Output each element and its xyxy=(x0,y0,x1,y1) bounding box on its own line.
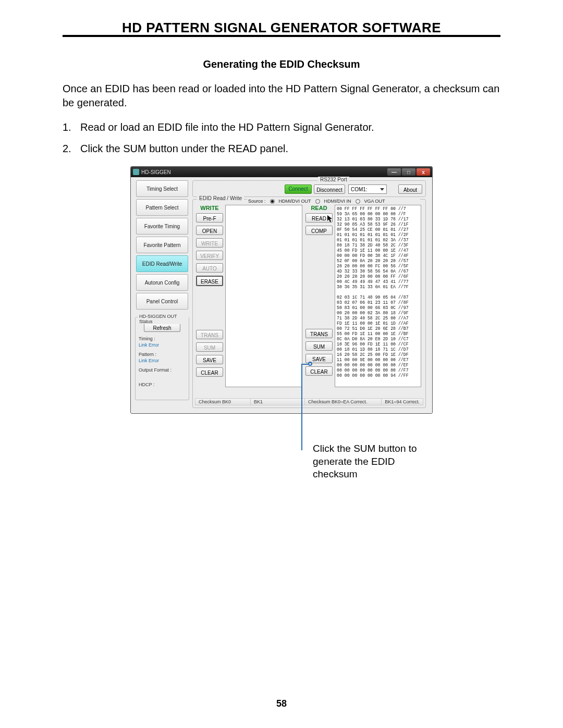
comp-button[interactable]: COMP xyxy=(305,226,333,235)
close-button[interactable]: x xyxy=(417,168,430,176)
status-timing-label: Timing : xyxy=(139,336,189,341)
callout-connector xyxy=(301,364,302,450)
auto-button[interactable]: AUTO xyxy=(196,263,223,273)
open-button[interactable]: OPEN xyxy=(196,226,223,235)
section-title: Generating the EDID Checksum xyxy=(63,58,500,70)
edid-groupbox: EDID Read / Write Source : HDMI/DVI OUT … xyxy=(192,199,426,408)
window-title: HD-SIGGEN xyxy=(141,169,171,175)
footer-bk1-left: BK1 xyxy=(251,399,305,405)
radio-hdmi-out-label: HDMI/DVI OUT xyxy=(279,199,311,204)
steps-list: 1. Read or load an EDID file into the HD… xyxy=(63,120,500,156)
rs232-groupbox: RS232 Port Connect Disconnect COM1: Abou… xyxy=(192,180,426,197)
status-pattern-value: Link Error xyxy=(139,358,189,363)
com-port-value: COM1: xyxy=(351,187,368,192)
com-port-select[interactable]: COM1: xyxy=(348,184,387,194)
app-icon xyxy=(133,169,139,175)
callout-marker-icon xyxy=(308,362,312,366)
sidebar: Timing SelectPattern SelectFavorite Timi… xyxy=(136,180,188,312)
write-column: WRITE Pre-F OPEN WRITE VERIFY AUTO ERASE… xyxy=(196,205,223,380)
save-button-left[interactable]: SAVE xyxy=(196,355,223,364)
read-label: READ xyxy=(305,205,333,211)
trans-button-right[interactable]: TRANS xyxy=(305,329,333,338)
read-column: READ READ COMP TRANS SUM SAVE CLEAR xyxy=(305,205,333,379)
callout-connector xyxy=(302,364,308,365)
sidebar-item-edid-read-write[interactable]: EDID Read/Write xyxy=(136,255,188,272)
pref-button[interactable]: Pre-F xyxy=(196,213,223,223)
sidebar-item-favorite-pattern[interactable]: Favorite Pattern xyxy=(136,237,188,253)
page-header-title: HD PATTERN SIGNAL GENERATOR SOFTWARE xyxy=(0,20,563,36)
callout-text: Click the SUM button to generate the EDI… xyxy=(313,442,427,481)
sidebar-item-timing-select[interactable]: Timing Select xyxy=(136,180,188,197)
disconnect-button[interactable]: Disconnect xyxy=(314,184,345,194)
footer-bk0-right: Checksum BK0=EA Correct. xyxy=(305,399,382,405)
sidebar-item-panel-control[interactable]: Panel Control xyxy=(136,293,188,310)
radio-hdmi-in-label: HDMI/DVI IN xyxy=(324,199,351,204)
chevron-down-icon xyxy=(380,188,384,191)
write-textarea[interactable] xyxy=(225,205,302,387)
footer-bk0-left: Checksum BK0 xyxy=(195,399,251,405)
status-output-label: Output Format : xyxy=(139,367,189,373)
status-pattern-label: Pattern : xyxy=(139,352,189,357)
sidebar-item-favorite-timing[interactable]: Favorite Timing xyxy=(136,218,188,235)
read-textarea[interactable]: 00 FF FF FF FF FF FF 00 //7 59 3A 65 00 … xyxy=(335,205,421,387)
minimize-button[interactable]: — xyxy=(387,168,401,176)
step-number: 1. xyxy=(63,120,80,134)
cursor-icon xyxy=(327,215,334,223)
radio-hdmi-out[interactable] xyxy=(270,199,275,204)
connect-button[interactable]: Connect xyxy=(285,184,312,194)
sidebar-item-autorun-config[interactable]: Autorun Config xyxy=(136,274,188,291)
sum-button-right[interactable]: SUM xyxy=(305,341,333,351)
write-button[interactable]: WRITE xyxy=(196,238,223,248)
page-number: 58 xyxy=(0,698,563,709)
window-titlebar: HD-SIGGEN — □ x xyxy=(131,167,432,177)
trans-button-left[interactable]: TRANS xyxy=(196,330,223,339)
rs232-legend: RS232 Port xyxy=(318,177,349,182)
edid-legend: EDID Read / Write xyxy=(197,195,244,201)
checksum-footer: Checksum BK0 BK1 Checksum BK0=EA Correct… xyxy=(195,398,423,405)
intro-text: Once an EDID has been read or loaded int… xyxy=(63,82,500,110)
radio-vga-out-label: VGA OUT xyxy=(364,199,385,204)
status-timing-value: Link Error xyxy=(139,342,189,348)
clear-button-left[interactable]: CLEAR xyxy=(196,367,223,377)
svg-marker-0 xyxy=(327,215,332,222)
status-groupbox: HD-SIGGEN OUT Status Refresh Timing : Li… xyxy=(135,317,189,400)
sum-button-left[interactable]: SUM xyxy=(196,342,223,352)
radio-vga-out[interactable] xyxy=(356,199,360,204)
maximize-button[interactable]: □ xyxy=(402,168,415,176)
radio-hdmi-in[interactable] xyxy=(315,199,320,204)
step-text: Read or load an EDID file into the HD Pa… xyxy=(80,120,374,134)
header-rule xyxy=(63,35,500,37)
sidebar-item-pattern-select[interactable]: Pattern Select xyxy=(136,199,188,216)
app-window: HD-SIGGEN — □ x Timing SelectPattern Sel… xyxy=(130,166,433,414)
step-text: Click the SUM button under the READ pane… xyxy=(80,142,288,156)
edid-source-row: Source : HDMI/DVI OUT HDMI/DVI IN VGA OU… xyxy=(247,199,420,204)
step-number: 2. xyxy=(63,142,80,156)
source-label: Source : xyxy=(248,199,266,204)
status-legend: HD-SIGGEN OUT Status xyxy=(138,314,189,324)
erase-button[interactable]: ERASE xyxy=(196,276,223,286)
write-label: WRITE xyxy=(196,205,223,211)
footer-bk1-right: BK1=94 Correct. xyxy=(382,399,423,405)
clear-button-right[interactable]: CLEAR xyxy=(305,366,333,376)
status-hdcp-label: HDCP : xyxy=(139,382,189,387)
verify-button[interactable]: VERIFY xyxy=(196,251,223,260)
about-button[interactable]: About xyxy=(398,184,422,194)
